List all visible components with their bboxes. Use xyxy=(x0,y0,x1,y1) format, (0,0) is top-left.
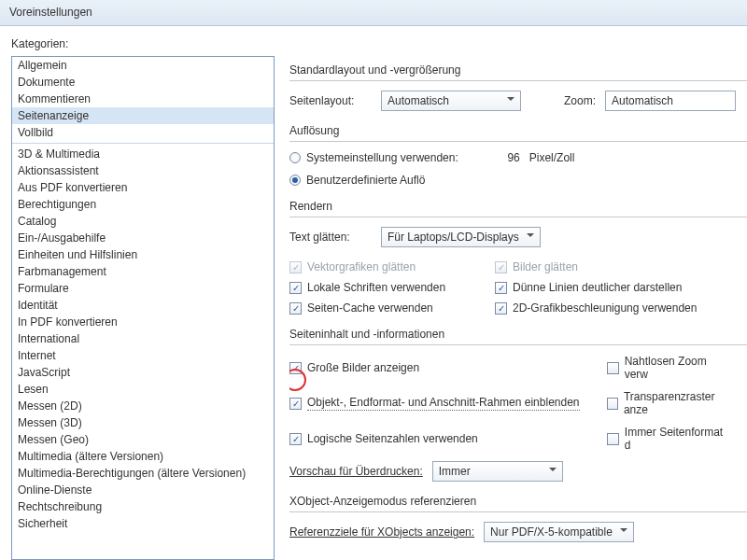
category-item[interactable]: Dokumente xyxy=(12,74,274,91)
checkbox-icon: ✓ xyxy=(495,261,507,273)
checkbox-icon: ✓ xyxy=(495,302,507,315)
zoom-label: Zoom: xyxy=(564,94,596,107)
category-item[interactable]: Farbmanagement xyxy=(12,263,274,280)
checkbox-icon: ✓ xyxy=(289,302,302,315)
category-item[interactable]: Berechtigungen xyxy=(12,196,274,213)
titlebar: Voreinstellungen xyxy=(0,0,747,26)
category-item[interactable]: Allgemein xyxy=(12,57,274,74)
category-item[interactable]: Multimedia (ältere Versionen) xyxy=(12,448,274,465)
category-item[interactable]: Sicherheit xyxy=(12,515,274,532)
category-item[interactable]: JavaScript xyxy=(12,364,274,381)
category-item[interactable]: Lesen xyxy=(12,381,274,398)
chk-transparency-grid[interactable]: Transparenzraster anze xyxy=(607,390,730,416)
radio-custom-resolution[interactable]: Benutzerdefinierte Auflö xyxy=(289,174,425,187)
radio-icon xyxy=(289,175,301,186)
system-dpi-unit: Pixel/Zoll xyxy=(529,151,575,164)
category-item[interactable]: Rechtschreibung xyxy=(12,498,274,515)
category-item[interactable]: Online-Dienste xyxy=(12,482,274,498)
chk-images-smooth: ✓Bilder glätten xyxy=(495,260,730,273)
group-render: Rendern Text glätten: Für Laptops/LCD-Di… xyxy=(289,200,747,315)
category-item[interactable]: International xyxy=(12,330,274,347)
checkbox-icon: ✓ xyxy=(289,433,302,445)
categories-list[interactable]: AllgemeinDokumenteKommentierenSeitenanze… xyxy=(11,56,275,560)
checkbox-icon: ✓ xyxy=(289,261,302,273)
smooth-text-label: Text glätten: xyxy=(289,231,372,244)
dialog-body: Kategorien: AllgemeinDokumenteKommentier… xyxy=(0,26,747,560)
checkbox-icon xyxy=(607,433,619,445)
category-item[interactable]: Internet xyxy=(12,347,274,364)
main-panel: Standardlayout und -vergrößerung Seitenl… xyxy=(289,63,747,549)
overprint-select[interactable]: Immer xyxy=(432,461,563,482)
category-item[interactable]: Einheiten und Hilfslinien xyxy=(12,246,274,263)
category-item[interactable]: Messen (3D) xyxy=(12,414,274,431)
checkbox-icon: ✓ xyxy=(289,398,302,410)
group-layout-title: Standardlayout und -vergrößerung xyxy=(289,63,747,81)
category-item[interactable]: Identität xyxy=(12,297,274,314)
chk-page-cache[interactable]: ✓Seiten-Cache verwenden xyxy=(289,301,478,315)
group-xobject-title: XObject-Anzeigemodus referenzieren xyxy=(289,495,747,512)
group-resolution-title: Auflösung xyxy=(289,124,747,142)
chk-vector-smooth: ✓Vektorgrafiken glätten xyxy=(289,260,478,273)
overprint-label: Vorschau für Überdrucken: xyxy=(289,465,423,478)
checkbox-icon: ✓ xyxy=(495,282,507,294)
chk-show-boxes[interactable]: ✓Objekt-, Endformat- und Anschnitt-Rahme… xyxy=(289,390,590,416)
group-content: Seiteninhalt und -informationen ✓Große B… xyxy=(289,328,747,482)
category-item[interactable]: Formulare xyxy=(12,280,274,297)
category-item[interactable]: Messen (2D) xyxy=(12,398,274,414)
categories-label: Kategorien: xyxy=(11,37,747,50)
chk-local-fonts[interactable]: ✓Lokale Schriften verwenden xyxy=(289,281,478,294)
chk-seamless-zoom[interactable]: Nahtlosen Zoom verw xyxy=(607,355,730,381)
category-item[interactable]: Kommentieren xyxy=(12,91,274,107)
category-item[interactable]: Catalog xyxy=(12,213,274,230)
checkbox-icon xyxy=(607,362,619,374)
checkbox-icon: ✓ xyxy=(289,362,302,374)
page-layout-select[interactable]: Automatisch xyxy=(381,91,521,111)
category-item[interactable]: Seitenanzeige xyxy=(12,107,274,124)
group-xobject: XObject-Anzeigemodus referenzieren Refer… xyxy=(289,495,747,542)
page-layout-label: Seitenlayout: xyxy=(289,94,372,107)
category-item[interactable]: Messen (Geo) xyxy=(12,431,274,448)
chk-thin-lines[interactable]: ✓Dünne Linien deutlicher darstellen xyxy=(495,281,730,294)
window-title: Voreinstellungen xyxy=(9,6,92,19)
group-layout: Standardlayout und -vergrößerung Seitenl… xyxy=(289,63,747,111)
chk-logical-pages[interactable]: ✓Logische Seitenzahlen verwenden xyxy=(289,426,590,452)
category-item[interactable]: Aus PDF konvertieren xyxy=(12,179,274,196)
xobject-targets-select[interactable]: Nur PDF/X-5-kompatible xyxy=(484,522,634,542)
radio-system-resolution[interactable]: Systemeinstellung verwenden: xyxy=(289,151,458,164)
category-item[interactable]: 3D & Multimedia xyxy=(12,146,274,162)
xobject-targets-label: Referenzziele für XObjects anzeigen: xyxy=(289,525,474,539)
checkbox-icon: ✓ xyxy=(289,282,302,294)
category-item[interactable]: In PDF konvertieren xyxy=(12,314,274,330)
system-dpi-value: 96 xyxy=(483,151,520,164)
chk-large-images[interactable]: ✓Große Bilder anzeigen xyxy=(289,355,590,381)
category-item[interactable]: Ein-/Ausgabehilfe xyxy=(12,230,274,246)
category-item[interactable]: Vollbild xyxy=(12,124,274,141)
category-item[interactable]: Multimedia-Berechtigungen (ältere Versio… xyxy=(12,465,274,482)
category-separator xyxy=(12,143,274,144)
group-content-title: Seiteninhalt und -informationen xyxy=(289,328,747,345)
smooth-text-select[interactable]: Für Laptops/LCD-Displays xyxy=(381,227,541,247)
category-item[interactable]: Aktionsassistent xyxy=(12,162,274,179)
group-render-title: Rendern xyxy=(289,200,747,217)
chk-gfx-accel[interactable]: ✓2D-Grafikbeschleunigung verwenden xyxy=(495,301,730,315)
radio-icon xyxy=(289,152,301,163)
checkbox-icon xyxy=(607,398,618,410)
group-resolution: Auflösung Systemeinstellung verwenden: 9… xyxy=(289,124,747,187)
zoom-select[interactable]: Automatisch xyxy=(605,91,736,111)
chk-page-format[interactable]: Immer Seitenformat d xyxy=(607,426,730,452)
